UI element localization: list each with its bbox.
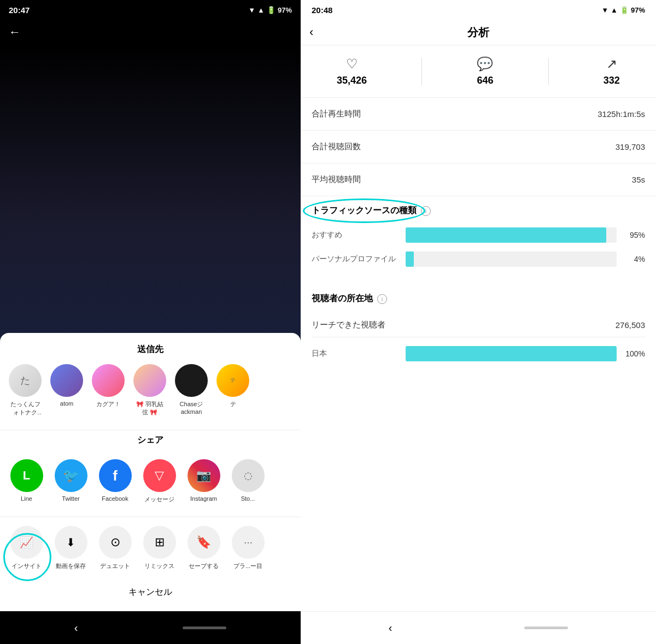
- location-title-row: 視聴者の所在地 i: [312, 293, 645, 305]
- right-status-icons: ▼ ▲ 🔋 97%: [601, 6, 645, 14]
- action-saveto[interactable]: 🔖 セーブする: [186, 526, 221, 570]
- wifi-icon: ▼: [248, 6, 255, 14]
- likes-value: 35,426: [337, 75, 367, 86]
- contact-item[interactable]: カグア！: [92, 364, 125, 417]
- reach-value: 276,503: [616, 320, 645, 330]
- left-nav-bar: ‹: [0, 611, 301, 644]
- location-info-icon[interactable]: i: [377, 294, 387, 304]
- cancel-button[interactable]: キャンセル: [0, 579, 301, 606]
- right-header: ‹ 分析: [301, 20, 656, 45]
- right-nav-bar: ‹: [301, 611, 656, 644]
- shares-value: 332: [604, 75, 620, 86]
- right-nav-indicator[interactable]: [524, 627, 568, 629]
- actions-row: 📈 インサイト ⬇ 動画を保存 ⊙ デュエット ⊞ リミックス: [0, 522, 301, 579]
- back-button[interactable]: ←: [9, 25, 21, 39]
- story-label: Sto...: [241, 495, 255, 502]
- traffic-section: トラフィックソースの種類 i おすすめ 95% パーソナルプロファイル 4%: [301, 196, 656, 284]
- comment-icon: 💬: [477, 56, 493, 72]
- views-value: 319,703: [616, 142, 645, 151]
- right-time: 20:48: [312, 5, 332, 15]
- comments-stat: 💬 646: [477, 56, 493, 86]
- page-title: 分析: [467, 25, 489, 40]
- saveto-icon: 🔖: [188, 526, 220, 559]
- insight-label: インサイト: [11, 562, 42, 570]
- contact-name-2: atom: [60, 400, 73, 407]
- playtime-value: 3125h:1m:5s: [598, 109, 645, 119]
- contact-item[interactable]: atom: [50, 364, 83, 417]
- instagram-icon: 📷: [188, 459, 220, 492]
- stat-divider-1: [421, 58, 422, 85]
- metrics-section: 合計再生時間 3125h:1m:5s 合計視聴回数 319,703 平均視聴時間…: [301, 98, 656, 196]
- right-panel: 20:48 ▼ ▲ 🔋 97% ‹ 分析 ♡ 35,426 💬 646 ↗ 33…: [301, 0, 656, 644]
- traffic-title: トラフィックソースの種類: [312, 206, 417, 215]
- twitter-icon: 🐦: [55, 459, 87, 492]
- story-icon: ◌: [232, 459, 265, 492]
- contacts-row: た たっくんフォトナクリ... atom カグア！ 🎀 羽乳結弦 🎀 Chase…: [0, 364, 301, 425]
- send-section-title: 送信先: [0, 344, 301, 355]
- contact-name-3: カグア！: [96, 400, 120, 408]
- left-status-icons: ▼ ▲ 🔋 97%: [248, 6, 292, 14]
- nav-home-indicator[interactable]: [183, 627, 226, 629]
- action-insight[interactable]: 📈 インサイト: [9, 526, 44, 570]
- contact-name-5: Chaseジackman: [175, 400, 208, 415]
- more-icon: ⋯: [232, 526, 265, 559]
- line-icon: L: [10, 459, 43, 492]
- action-remix[interactable]: ⊞ リミックス: [142, 526, 177, 570]
- contact-item[interactable]: テ テ: [216, 364, 249, 417]
- location-info-symbol: i: [382, 296, 383, 302]
- duet-label: デュエット: [100, 562, 130, 570]
- profile-bar-fill: [406, 251, 414, 267]
- share-line[interactable]: L Line: [9, 459, 44, 504]
- traffic-title-container: トラフィックソースの種類: [312, 205, 417, 216]
- action-save[interactable]: ⬇ 動画を保存: [53, 526, 89, 570]
- left-status-bar: 20:47 ▼ ▲ 🔋 97%: [0, 0, 301, 20]
- traffic-info-icon[interactable]: i: [421, 206, 431, 216]
- battery-icon: 🔋: [267, 6, 276, 14]
- share-facebook[interactable]: f Facebook: [97, 459, 133, 504]
- nav-back-icon[interactable]: ‹: [74, 622, 78, 634]
- right-battery-percent: 97%: [631, 6, 645, 14]
- save-video-icon: ⬇: [55, 526, 87, 559]
- reach-label: リーチできた視聴者: [312, 320, 385, 330]
- avg-time-label: 平均視聴時間: [312, 174, 361, 185]
- share-section-title: シェア: [0, 435, 301, 446]
- recommended-label: おすすめ: [312, 230, 399, 240]
- metric-avg-time: 平均視聴時間 35s: [301, 163, 656, 196]
- signal-icon: ▲: [257, 6, 265, 14]
- recommended-bar-fill: [406, 227, 606, 243]
- share-twitter[interactable]: 🐦 Twitter: [53, 459, 89, 504]
- save-video-label: 動画を保存: [56, 562, 86, 570]
- twitter-label: Twitter: [62, 495, 79, 502]
- contact-item[interactable]: 🎀 羽乳結弦 🎀: [133, 364, 166, 417]
- stats-row: ♡ 35,426 💬 646 ↗ 332: [301, 45, 656, 98]
- left-time: 20:47: [9, 5, 30, 15]
- share-instagram[interactable]: 📷 Instagram: [186, 459, 221, 504]
- remix-label: リミックス: [144, 562, 174, 570]
- right-nav-back-icon[interactable]: ‹: [389, 622, 393, 634]
- right-back-button[interactable]: ‹: [309, 25, 313, 39]
- contact-item[interactable]: Chaseジackman: [175, 364, 208, 417]
- views-label: 合計視聴回数: [312, 142, 361, 152]
- action-more[interactable]: ⋯ プラ...ー目: [230, 526, 266, 570]
- metric-playtime: 合計再生時間 3125h:1m:5s: [301, 98, 656, 131]
- message-label: メッセージ: [144, 495, 174, 504]
- shares-stat: ↗ 332: [604, 56, 620, 86]
- share-story[interactable]: ◌ Sto...: [230, 459, 266, 504]
- left-back-bar: ←: [0, 20, 301, 45]
- contact-avatar-4: [133, 364, 166, 397]
- right-battery-icon: 🔋: [620, 6, 629, 14]
- location-section: 視聴者の所在地 i リーチできた視聴者 276,503 日本 100%: [301, 284, 656, 368]
- contact-avatar-1: た: [9, 364, 42, 397]
- share-message[interactable]: ▽ メッセージ: [142, 459, 177, 504]
- contact-item[interactable]: た たっくんフォトナクリ...: [9, 364, 42, 417]
- japan-label: 日本: [312, 349, 399, 359]
- line-label: Line: [21, 495, 32, 502]
- location-bar-japan: 日本 100%: [312, 346, 645, 361]
- duet-icon: ⊙: [99, 526, 132, 559]
- action-duet[interactable]: ⊙ デュエット: [97, 526, 133, 570]
- more-label: プラ...ー目: [233, 562, 262, 570]
- contact-name-6: テ: [230, 400, 236, 408]
- battery-percent: 97%: [278, 6, 292, 14]
- profile-bar-container: [406, 251, 617, 267]
- share-row: L Line 🐦 Twitter f Facebook ▽ メッ: [0, 455, 301, 512]
